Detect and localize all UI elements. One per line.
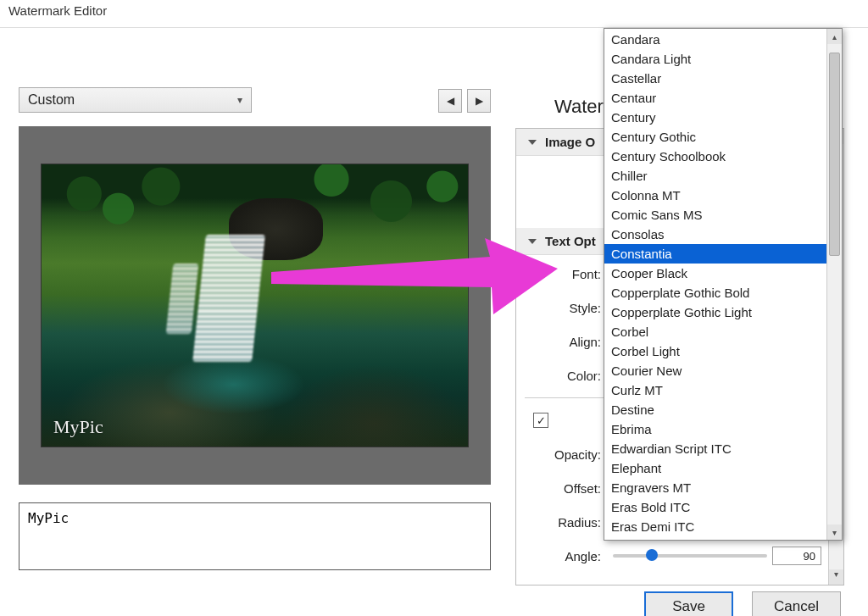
font-option[interactable]: Corbel	[604, 322, 826, 341]
preview-frame: MyPic	[19, 126, 491, 485]
angle-label: Angle:	[525, 549, 601, 563]
font-option[interactable]: Corbel Light	[604, 341, 826, 361]
font-option[interactable]: Curlz MT	[604, 380, 826, 400]
font-option[interactable]: Cooper Black	[604, 264, 826, 283]
chevron-down-icon: ▾	[237, 94, 242, 106]
font-option[interactable]: Destine	[604, 400, 826, 419]
font-option[interactable]: Constantia	[604, 244, 826, 264]
font-dropdown-list[interactable]: CandaraCandara LightCastellarCentaurCent…	[604, 28, 843, 541]
window-title: Watermark Editor	[0, 0, 868, 24]
font-option[interactable]: Candara	[604, 30, 826, 49]
watermark-text-input[interactable]	[19, 502, 491, 570]
font-option[interactable]: Chiller	[604, 166, 826, 186]
font-option[interactable]: Edwardian Script ITC	[604, 439, 826, 458]
font-option[interactable]: Colonna MT	[604, 186, 826, 205]
font-option[interactable]: Centaur	[604, 88, 826, 108]
align-label: Align:	[525, 335, 601, 349]
opacity-label: Opacity:	[525, 447, 601, 462]
next-image-button[interactable]: ▶	[467, 89, 491, 113]
cancel-button[interactable]: Cancel	[752, 591, 841, 616]
scrollbar-thumb[interactable]	[829, 53, 840, 256]
scroll-up-icon[interactable]: ▴	[827, 29, 842, 44]
font-option[interactable]: Copperplate Gothic Bold	[604, 283, 826, 302]
scroll-down-icon[interactable]: ▾	[827, 524, 842, 540]
preset-dropdown-value: Custom	[28, 92, 75, 108]
angle-slider[interactable]	[613, 554, 767, 558]
font-option[interactable]: Eras Demi ITC	[604, 517, 826, 536]
font-option[interactable]: Century	[604, 108, 826, 127]
font-option[interactable]: Century Schoolbook	[604, 147, 826, 166]
font-option[interactable]: Candara Light	[604, 49, 826, 69]
font-dropdown-scrollbar[interactable]: ▴ ▾	[826, 29, 842, 540]
preset-dropdown[interactable]: Custom ▾	[19, 87, 252, 113]
font-option[interactable]: Courier New	[604, 361, 826, 380]
radius-label: Radius:	[525, 515, 601, 530]
font-label: Font:	[525, 267, 601, 281]
prev-image-button[interactable]: ◀	[438, 89, 462, 113]
shadow-checkbox[interactable]: ✓	[533, 413, 548, 428]
font-option[interactable]: Consolas	[604, 225, 826, 244]
preview-image: MyPic	[41, 164, 469, 447]
font-option[interactable]: Elephant	[604, 458, 826, 478]
angle-slider-thumb[interactable]	[646, 549, 658, 561]
font-option[interactable]: Engravers MT	[604, 478, 826, 497]
watermark-overlay: MyPic	[53, 416, 103, 438]
color-label: Color:	[525, 369, 601, 383]
angle-value[interactable]: 90	[772, 547, 821, 565]
font-option[interactable]: Castellar	[604, 69, 826, 88]
font-option[interactable]: Ebrima	[604, 419, 826, 439]
scroll-down-icon[interactable]: ▾	[829, 569, 843, 585]
style-label: Style:	[525, 301, 601, 315]
font-option[interactable]: Century Gothic	[604, 127, 826, 147]
font-option[interactable]: Eras Bold ITC	[604, 497, 826, 517]
save-button[interactable]: Save	[644, 591, 733, 616]
offset-label: Offset:	[525, 481, 601, 496]
font-option[interactable]: Comic Sans MS	[604, 205, 826, 225]
font-option[interactable]: Copperplate Gothic Light	[604, 302, 826, 322]
